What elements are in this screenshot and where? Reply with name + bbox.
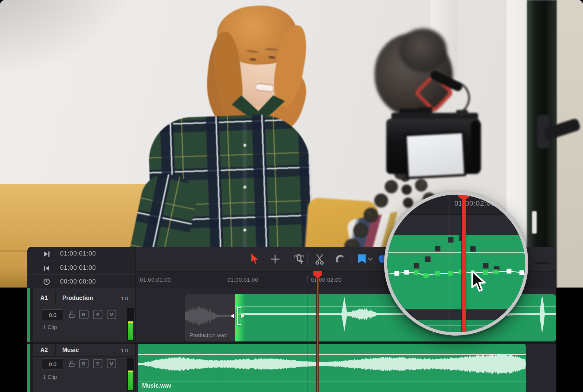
- screenshot-stage: 01:00:01:00 01:00:01:00 00:00:00:00: [0, 0, 583, 392]
- track-header-a2[interactable]: A2 Music 1.0: [33, 344, 134, 356]
- zoom-magnifier-callout: 01:00:02:00: [384, 191, 528, 336]
- transport-timecode-panel: 01:00:01:00 01:00:01:00 00:00:00:00: [27, 247, 136, 288]
- mouse-cursor-icon: [471, 270, 487, 294]
- trim-right-arrow-icon: [241, 313, 244, 318]
- track-name: Music: [56, 347, 121, 353]
- timecode-value: 00:00:00:00: [60, 278, 96, 285]
- header-separator: [33, 306, 135, 306]
- record-arm-button-a1[interactable]: R: [79, 310, 89, 319]
- timecode-value: 01:00:01:00: [60, 264, 96, 272]
- mute-button-a2[interactable]: M: [107, 359, 116, 368]
- magnified-playhead: [462, 195, 466, 332]
- chevron-down-icon: [367, 257, 373, 261]
- solo-button-a2[interactable]: S: [93, 359, 102, 368]
- track-volume: 1.0: [121, 347, 134, 353]
- timecode-value: 01:00:01:00: [60, 250, 96, 257]
- record-arm-button-a2[interactable]: R: [79, 359, 89, 368]
- microphone-windshield: [399, 28, 447, 72]
- ruler-tick: [138, 275, 138, 283]
- clip-production-trimmed-head[interactable]: Production.wav: [185, 294, 235, 341]
- mute-button-a1[interactable]: M: [107, 310, 116, 319]
- trim-edit-icon: [270, 254, 281, 265]
- track-divider: [27, 342, 556, 344]
- razor-edit-icon: [293, 253, 305, 265]
- bracket-curl: [237, 324, 241, 325]
- trim-left-arrow-icon: [231, 313, 234, 318]
- bracket-bar: [237, 307, 238, 325]
- playhead[interactable]: [317, 277, 318, 392]
- track-id: A2: [33, 344, 56, 356]
- track-name: Production: [56, 295, 121, 301]
- camera-flip-screen: [404, 131, 466, 179]
- ruler-gridline: [223, 288, 223, 392]
- trim-edit-tool-button[interactable]: [267, 247, 283, 271]
- clip-label-band: [138, 381, 526, 381]
- toolbar-divider: [307, 253, 308, 266]
- razor-edit-tool-button[interactable]: [291, 247, 307, 271]
- track-header-column: A1 Production 1.0 0.0 R S M 1 Clip: [27, 288, 136, 392]
- clip-count-a1: 1 Clip: [43, 324, 57, 330]
- timecode-row-out: 01:00:01:00: [27, 247, 135, 261]
- toolbar-divider: [352, 253, 352, 266]
- timecode-row-duration: 00:00:00:00: [27, 274, 135, 289]
- clip-filename: Production.wav: [189, 332, 227, 338]
- magnet-icon: [334, 254, 345, 265]
- solo-button-a1[interactable]: S: [93, 310, 102, 319]
- ruler-gridline: [307, 288, 308, 392]
- clip-count-a2: 1 Clip: [43, 374, 57, 380]
- clip-music[interactable]: Music.wav: [138, 343, 526, 392]
- camera-dial: [456, 110, 468, 116]
- track-color-strip-a1: [27, 288, 30, 342]
- keyframe-curve[interactable]: [387, 195, 525, 332]
- timecode-row-in: 01:00:01:00: [27, 261, 135, 275]
- track-color-strip-a2: [27, 344, 30, 392]
- clip-filename: Music.wav: [142, 383, 171, 389]
- selection-arrow-icon: [251, 253, 260, 266]
- track-header-a1[interactable]: A1 Production 1.0: [33, 288, 134, 306]
- ruler-tick: [307, 275, 308, 283]
- clock-icon: [43, 278, 51, 286]
- ruler-label: 01:00:01:00: [227, 277, 258, 283]
- toolbar-handle: [535, 262, 551, 264]
- camera-grip: [471, 121, 481, 173]
- audio-meter-a1: [127, 308, 134, 341]
- bracket-curl: [237, 307, 241, 308]
- audio-meter-a2: [127, 358, 134, 391]
- lock-icon[interactable]: [68, 359, 75, 368]
- skip-to-end-icon: [43, 250, 51, 258]
- snapping-button[interactable]: [332, 247, 348, 271]
- skip-to-start-icon: [43, 264, 51, 272]
- ruler-tick: [223, 275, 223, 283]
- ruler-label: 01:00:01:00: [140, 277, 171, 283]
- volume-automation-line[interactable]: [138, 354, 526, 355]
- scissors-icon: [314, 253, 325, 265]
- gain-input-a1[interactable]: 0.0: [42, 309, 63, 320]
- header-separator: [33, 356, 135, 357]
- gain-input-a2[interactable]: 0.0: [42, 359, 63, 369]
- selection-tool-button[interactable]: [247, 247, 263, 271]
- trim-in-handle[interactable]: [231, 306, 245, 326]
- lock-icon[interactable]: [68, 310, 75, 319]
- track-id: A1: [33, 290, 56, 306]
- track-volume: 1.0: [121, 295, 134, 301]
- split-clip-button[interactable]: [312, 247, 328, 271]
- ruler-label: 01:00:02:00: [311, 277, 342, 283]
